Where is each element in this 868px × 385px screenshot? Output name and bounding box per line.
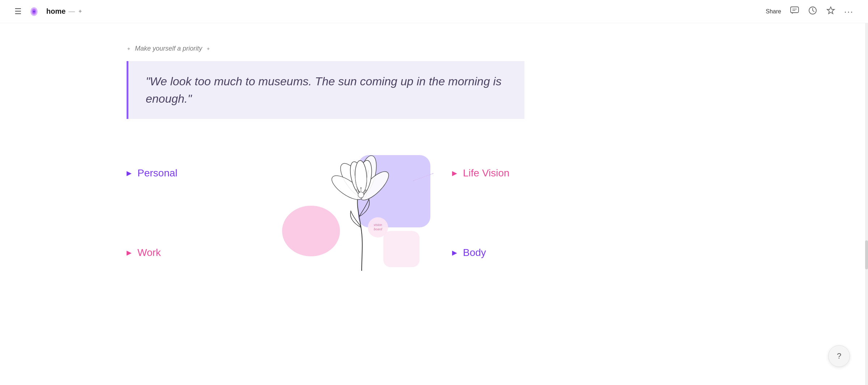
history-icon[interactable] [808,6,817,17]
life-vision-arrow-icon: ▶ [452,169,457,177]
flower-svg: vision board [311,148,412,278]
content-wrapper: ✦ Make yourself a priority ✦ "We look to… [127,23,633,300]
svg-rect-3 [791,7,799,13]
app-icon [29,7,39,17]
personal-arrow-icon: ▶ [127,169,132,177]
svg-text:vision: vision [374,223,382,227]
quote-text: "We look too much to museums. The sun co… [146,73,507,107]
page-title-area: home — ✦ [46,7,82,16]
scrollbar[interactable] [865,23,868,385]
svg-point-15 [358,192,364,198]
scrollbar-thumb[interactable] [865,240,868,269]
nav-item-work[interactable]: ▶ Work [127,247,271,258]
title-dash: — [68,8,75,15]
topbar: ☰ home — ✦ Share [0,0,868,23]
more-options-icon[interactable]: ··· [844,7,854,17]
svg-point-2 [33,10,35,13]
flower-illustration: vision board [271,148,452,278]
tagline: ✦ Make yourself a priority ✦ [127,45,633,52]
tagline-suffix: ✦ [206,46,210,52]
page-title: home [46,7,65,16]
personal-label: Personal [137,167,178,179]
svg-text:board: board [374,227,382,231]
nav-item-body[interactable]: ▶ Body [452,247,597,258]
comment-icon[interactable] [790,6,799,17]
body-arrow-icon: ▶ [452,249,457,257]
main-content: ✦ Make yourself a priority ✦ "We look to… [0,0,868,385]
tagline-prefix: ✦ [127,46,131,52]
tagline-text: Make yourself a priority [135,45,202,52]
svg-point-20 [360,187,362,189]
work-label: Work [137,247,161,258]
nav-grid: ▶ Personal [127,148,633,278]
menu-icon[interactable]: ☰ [14,7,22,16]
body-label: Body [463,247,486,258]
star-icon[interactable] [826,6,835,17]
topbar-right: Share ··· [766,6,854,17]
help-button[interactable]: ? [828,345,850,367]
nav-item-life-vision[interactable]: ▶ Life Vision [452,167,597,179]
work-arrow-icon: ▶ [127,249,132,257]
topbar-left: ☰ home — ✦ [14,7,82,17]
sparkle-icon: ✦ [78,8,82,15]
nav-item-personal[interactable]: ▶ Personal [127,167,271,179]
svg-point-19 [356,189,357,191]
share-button[interactable]: Share [766,8,781,15]
life-vision-label: Life Vision [463,167,510,179]
quote-block: "We look too much to museums. The sun co… [127,61,524,119]
svg-marker-7 [827,7,834,14]
